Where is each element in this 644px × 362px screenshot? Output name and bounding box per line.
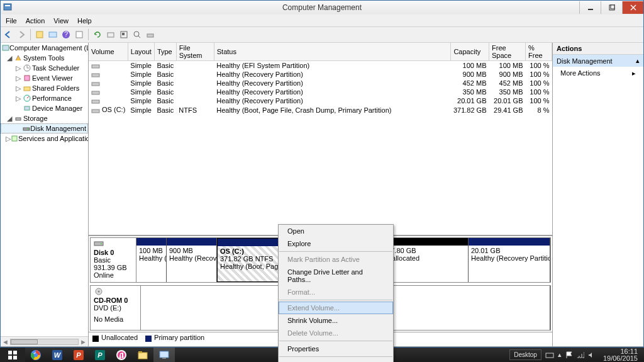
tray-keyboard-icon[interactable] (545, 351, 554, 359)
menu-file[interactable]: File (2, 16, 21, 26)
partition[interactable]: 900 MBHealthy (Recove (167, 238, 217, 282)
toolbar-icon[interactable] (118, 29, 130, 40)
col-layout[interactable]: Layout (128, 43, 154, 61)
ctx-explore[interactable]: Explore (279, 237, 393, 250)
svg-rect-59 (162, 358, 166, 359)
menu-view[interactable]: View (50, 16, 72, 26)
window-title: Computer Management (1, 3, 643, 12)
svg-rect-18 (3, 45, 9, 50)
ctx-shrink-volume[interactable]: Shrink Volume... (279, 314, 393, 327)
ctx-open[interactable]: Open (279, 225, 393, 237)
tree-disk-management[interactable]: Disk Management (1, 123, 88, 133)
tree-system-tools[interactable]: ◢System Tools (1, 53, 88, 63)
svg-point-55 (118, 351, 125, 359)
cdrom-header[interactable]: CD-ROM 0 DVD (E:) No Media (91, 286, 141, 330)
toolbar-icon[interactable] (47, 29, 58, 40)
partition[interactable]: 20.01 GBHealthy (Recovery Partitio (469, 238, 550, 282)
actions-section[interactable]: Disk Management▴ (553, 55, 643, 67)
tree-root[interactable]: Computer Management (Local (1, 43, 88, 53)
help-icon[interactable]: ? (60, 29, 72, 40)
taskbar-compmgmt[interactable] (153, 348, 175, 362)
svg-point-29 (28, 128, 29, 130)
svg-rect-31 (92, 65, 99, 68)
svg-rect-11 (76, 31, 82, 38)
nav-tree: Computer Management (Local ◢System Tools… (1, 43, 89, 346)
col-pct[interactable]: % Free (526, 43, 552, 61)
system-tray[interactable]: Desktop ▴ 16:1119/06/2015 (509, 348, 644, 362)
cdrom-icon (94, 288, 137, 295)
svg-rect-35 (92, 100, 99, 103)
taskbar-word[interactable]: W (47, 348, 68, 362)
volume-list[interactable]: Volume Layout Type File System Status Ca… (89, 43, 552, 235)
toolbar-icon[interactable] (131, 29, 143, 40)
svg-point-47 (34, 353, 38, 357)
tree-shared-folders[interactable]: ▷Shared Folders (1, 83, 88, 93)
tree-device-manager[interactable]: Device Manager (1, 103, 88, 113)
col-free[interactable]: Free Space (489, 43, 526, 61)
taskbar-itunes[interactable] (111, 348, 132, 362)
start-button[interactable] (0, 348, 25, 362)
tray-flag-icon[interactable] (565, 351, 573, 359)
svg-rect-34 (92, 91, 99, 94)
ctx-properties[interactable]: Properties (279, 342, 393, 355)
svg-point-15 (134, 31, 139, 37)
svg-point-40 (98, 291, 100, 293)
svg-text:P: P (76, 351, 81, 359)
svg-rect-30 (12, 136, 17, 141)
tray-up-icon[interactable]: ▴ (558, 351, 562, 359)
svg-rect-17 (147, 34, 153, 37)
taskbar-explorer[interactable] (132, 348, 153, 362)
svg-rect-60 (546, 353, 553, 358)
svg-point-38 (101, 243, 102, 244)
col-status[interactable]: Status (214, 43, 451, 61)
taskbar-powerpoint[interactable]: P (68, 348, 89, 362)
refresh-icon[interactable] (92, 29, 103, 40)
volume-row[interactable]: SimpleBasicHealthy (Recovery Partition)4… (89, 79, 552, 88)
volume-row[interactable]: SimpleBasicHealthy (Recovery Partition)3… (89, 88, 552, 96)
partition[interactable]: 537.80 GBUnallocated (380, 238, 469, 282)
tree-storage[interactable]: ◢Storage (1, 113, 88, 123)
col-volume[interactable]: Volume (89, 43, 128, 61)
svg-rect-36 (92, 110, 99, 113)
tree-event-viewer[interactable]: ▷Event Viewer (1, 73, 88, 83)
tree-services[interactable]: ▷Services and Applications (1, 133, 88, 144)
svg-text:P: P (97, 351, 103, 359)
disk-0-header[interactable]: Disk 0 Basic 931.39 GB Online (91, 238, 136, 282)
collapse-icon[interactable]: ▴ (636, 57, 640, 65)
col-capacity[interactable]: Capacity (451, 43, 489, 61)
more-actions[interactable]: More Actions▸ (553, 67, 643, 80)
toolbar-icon[interactable] (105, 29, 116, 40)
volume-row[interactable]: SimpleBasicHealthy (Recovery Partition)2… (89, 96, 552, 105)
tree-performance[interactable]: ▷Performance (1, 93, 88, 103)
forward-icon[interactable] (16, 29, 27, 40)
partition[interactable]: 100 MBHealthy (E (136, 238, 167, 282)
col-fs[interactable]: File System (176, 43, 214, 61)
toolbar-icon[interactable] (145, 29, 156, 40)
tray-network-icon[interactable] (577, 351, 584, 359)
tray-clock[interactable]: 16:1119/06/2015 (599, 348, 641, 362)
titlebar[interactable]: Computer Management (1, 1, 643, 14)
taskbar-publisher[interactable]: P (89, 348, 111, 362)
volume-row[interactable]: OS (C:)SimpleBasicNTFSHealthy (Boot, Pag… (89, 105, 552, 114)
tree-task-scheduler[interactable]: ▷Task Scheduler (1, 63, 88, 73)
toolbar-icon[interactable] (34, 29, 45, 40)
svg-rect-7 (36, 31, 43, 38)
disk-icon (94, 240, 133, 247)
tree-scrollbar[interactable]: ◄► (1, 336, 88, 346)
actions-pane: Actions Disk Management▴ More Actions▸ (553, 43, 643, 346)
taskbar-chrome[interactable] (25, 348, 47, 362)
ctx-extend-volume: Extend Volume... (279, 302, 393, 314)
tray-desktop[interactable]: Desktop (509, 349, 541, 360)
back-icon[interactable] (3, 29, 14, 40)
menu-help[interactable]: Help (74, 16, 96, 26)
volume-row[interactable]: SimpleBasicHealthy (EFI System Partition… (89, 61, 552, 71)
ctx-help[interactable]: Help (279, 358, 393, 362)
tray-sound-icon[interactable] (588, 351, 596, 359)
svg-rect-41 (8, 351, 12, 354)
toolbar-icon[interactable] (74, 29, 85, 40)
menu-action[interactable]: Action (22, 16, 49, 26)
actions-header: Actions (553, 43, 643, 55)
volume-row[interactable]: SimpleBasicHealthy (Recovery Partition)9… (89, 70, 552, 79)
ctx-change-letter[interactable]: Change Drive Letter and Paths... (279, 266, 393, 286)
col-type[interactable]: Type (154, 43, 176, 61)
